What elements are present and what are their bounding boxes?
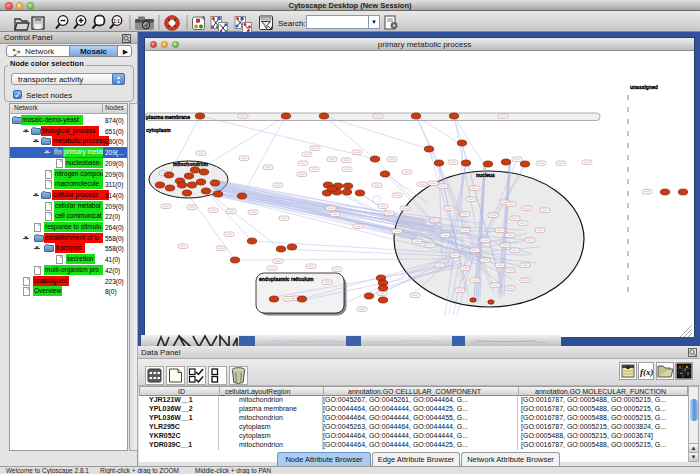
svg-text:f(x): f(x) — [640, 367, 654, 377]
svg-text:plasma membrane: plasma membrane — [146, 114, 190, 120]
svg-text:unassigned: unassigned — [630, 84, 658, 90]
svg-text:cytoplasm: cytoplasm — [146, 127, 171, 133]
svg-text:mitochondrion: mitochondrion — [173, 161, 208, 167]
svg-text:endoplasmic reticulum: endoplasmic reticulum — [259, 276, 314, 282]
svg-text:nucleus: nucleus — [476, 172, 495, 178]
svg-text:1:1: 1:1 — [113, 19, 120, 24]
